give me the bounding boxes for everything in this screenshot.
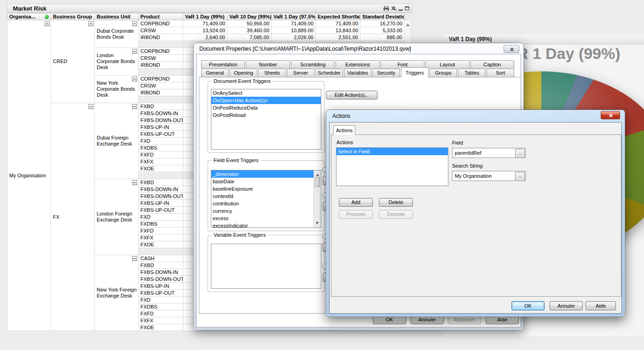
business-unit-cell[interactable]: London Foreign Exchange Desk xyxy=(95,179,139,255)
scroll-down-icon[interactable] xyxy=(316,222,319,226)
value-cell[interactable]: 50,956.00 xyxy=(227,20,272,27)
product-cell[interactable]: FXOE xyxy=(139,241,183,248)
product-cell[interactable]: FXBS-UP-OUT xyxy=(139,290,183,297)
value-cell[interactable]: 2,026.00 xyxy=(272,34,316,41)
tab-triggers[interactable]: Triggers xyxy=(401,67,429,77)
collapse-icon[interactable] xyxy=(132,21,137,26)
tab-scrambling[interactable]: Scrambling xyxy=(291,60,335,69)
collapse-icon[interactable] xyxy=(132,76,137,82)
product-cell[interactable]: FXBS-UP-OUT xyxy=(139,207,183,214)
list-item[interactable]: OnPostReduceData xyxy=(211,104,321,111)
tab-presentation[interactable]: Presentation xyxy=(201,60,245,69)
product-cell[interactable]: CRSW xyxy=(139,27,183,34)
tab-layout[interactable]: Layout xyxy=(425,60,469,69)
product-cell[interactable]: FXD xyxy=(139,297,183,303)
value-cell[interactable]: 2,640.00 xyxy=(183,34,227,41)
delete-button[interactable]: Delete xyxy=(379,198,413,207)
column-header[interactable]: VaR 10 Day (99%) xyxy=(227,13,272,20)
column-header[interactable]: Organisa... xyxy=(7,13,51,20)
list-item[interactable]: baselineExposure xyxy=(211,185,321,192)
product-cell[interactable] xyxy=(139,96,183,103)
product-cell[interactable]: FXOE xyxy=(139,324,183,331)
product-cell[interactable]: FXBS-DOWN-IN xyxy=(139,186,183,193)
value-cell[interactable]: 885.00 xyxy=(360,34,405,41)
tab-general[interactable]: General xyxy=(201,69,229,77)
list-item[interactable]: OnPostReload xyxy=(211,111,321,119)
tab-number[interactable]: Number xyxy=(246,60,290,69)
list-item[interactable]: Select in Field xyxy=(337,148,448,155)
product-cell[interactable]: CASH xyxy=(139,255,183,262)
value-cell[interactable]: 7,085.00 xyxy=(227,34,272,41)
org-cell[interactable]: My Organisation xyxy=(7,20,51,331)
list-item[interactable]: excessIndicator xyxy=(211,222,321,228)
product-cell[interactable]: IRBOND xyxy=(139,62,183,69)
product-cell[interactable]: FXFX xyxy=(139,234,183,241)
product-cell[interactable]: FXBD xyxy=(139,262,183,269)
close-icon[interactable] xyxy=(504,45,519,53)
product-cell[interactable]: FXBS-UP-IN xyxy=(139,200,183,207)
help-button[interactable]: Aide xyxy=(586,301,616,310)
tab-sort[interactable]: Sort xyxy=(487,69,514,77)
value-cell[interactable]: 13,843.00 xyxy=(316,27,360,34)
cancel-button[interactable]: Annuler xyxy=(550,301,583,310)
product-cell[interactable]: FXBD xyxy=(139,103,183,110)
value-cell[interactable]: 16,270.00 xyxy=(360,20,405,27)
collapse-icon[interactable] xyxy=(88,104,93,109)
tab-caption[interactable]: Caption xyxy=(470,60,514,69)
tab-opening[interactable]: Opening xyxy=(230,69,257,77)
value-cell[interactable]: 71,409.00 xyxy=(183,20,227,27)
product-cell[interactable]: FXFD xyxy=(139,152,183,158)
list-item[interactable]: contextId xyxy=(211,192,321,200)
collapse-icon[interactable] xyxy=(132,104,137,109)
product-cell[interactable]: CORPBOND xyxy=(139,20,183,27)
add-button[interactable]: Add xyxy=(339,198,373,207)
collapse-icon[interactable] xyxy=(45,21,50,26)
tab-extensions[interactable]: Extensions xyxy=(336,60,379,69)
tab-security[interactable]: Security xyxy=(372,69,400,77)
collapse-icon[interactable] xyxy=(132,256,137,261)
value-cell[interactable]: 71,409.00 xyxy=(272,20,316,27)
demote-button[interactable]: Demote xyxy=(379,210,413,219)
product-cell[interactable]: FXBS-DOWN-OUT xyxy=(139,276,183,283)
product-cell[interactable]: FXDBS xyxy=(139,145,183,152)
product-cell[interactable] xyxy=(139,172,183,179)
variable-event-triggers-list[interactable] xyxy=(211,244,321,289)
product-cell[interactable]: FXDBS xyxy=(139,221,183,228)
minimize-icon[interactable] xyxy=(399,10,403,11)
product-cell[interactable]: FXBS-DOWN-OUT xyxy=(139,117,183,124)
business-unit-cell[interactable]: Dubai Foreign Exchange Desk xyxy=(95,103,139,179)
collapse-icon[interactable] xyxy=(132,180,137,185)
product-cell[interactable]: FXD xyxy=(139,138,183,145)
list-item[interactable]: _dimension xyxy=(211,170,321,178)
market-risk-caption-bar[interactable]: Market Risk XL xyxy=(7,4,412,13)
maximize-icon[interactable] xyxy=(405,6,409,10)
business-unit-cell[interactable]: London Corporate Bonds Desk xyxy=(95,48,139,76)
column-header[interactable]: Product xyxy=(139,13,183,20)
scroll-up-icon[interactable] xyxy=(406,22,410,26)
product-cell[interactable]: FXBS-DOWN-IN xyxy=(139,269,183,276)
value-cell[interactable]: 39,460.00 xyxy=(227,27,272,34)
product-cell[interactable]: FXDBS xyxy=(139,303,183,310)
actions-list[interactable]: Select in Field xyxy=(336,147,448,186)
business-group-cell[interactable]: FX xyxy=(51,103,95,331)
column-header[interactable]: Expected Shortfall xyxy=(316,13,360,20)
business-unit-cell[interactable]: New York Corporate Bonds Desk xyxy=(95,76,139,103)
value-cell[interactable]: 10,889.00 xyxy=(272,27,316,34)
column-header[interactable]: VaR 1 Day (99%) xyxy=(183,13,227,20)
tab-actions[interactable]: Actions xyxy=(333,125,355,135)
product-cell[interactable]: CORPBOND xyxy=(139,48,183,55)
list-item[interactable]: excess xyxy=(211,215,321,222)
column-header[interactable]: Business Group xyxy=(51,13,95,20)
product-cell[interactable] xyxy=(139,69,183,76)
product-cell[interactable]: CRSW xyxy=(139,82,183,89)
product-cell[interactable] xyxy=(139,41,183,48)
value-cell[interactable]: 5,333.00 xyxy=(360,27,405,34)
ok-button[interactable]: OK xyxy=(511,301,545,310)
tab-tables[interactable]: Tables xyxy=(458,69,486,77)
product-cell[interactable]: FXFX xyxy=(139,317,183,324)
value-cell[interactable]: 2,551.00 xyxy=(316,34,360,41)
field-input[interactable]: parentIdRef ... xyxy=(452,148,526,158)
column-header[interactable]: Standard Deviation xyxy=(360,13,405,20)
field-browse-button[interactable]: ... xyxy=(515,149,525,158)
product-cell[interactable] xyxy=(139,248,183,255)
